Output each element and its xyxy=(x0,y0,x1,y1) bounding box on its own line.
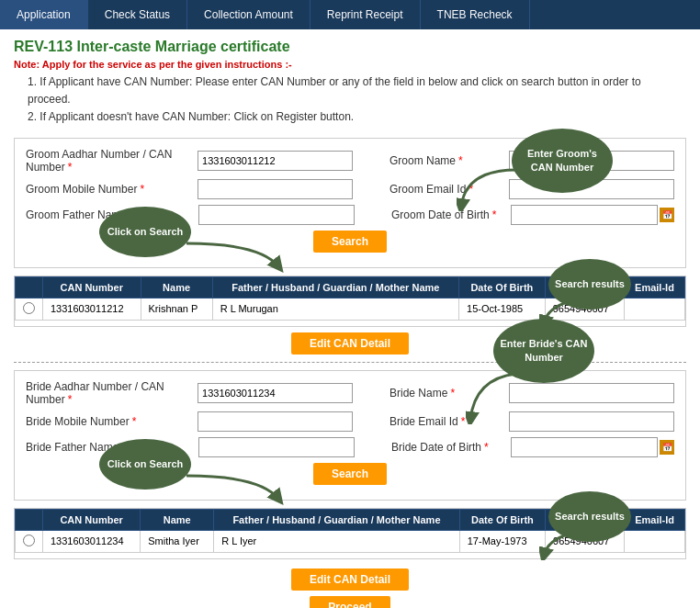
groom-row-email xyxy=(624,298,684,320)
bride-row-can: 1331603011234 xyxy=(43,530,141,552)
bride-dob-input[interactable] xyxy=(511,437,658,457)
arrow-groom xyxy=(457,165,521,211)
bride-father-row: Click on Search Bride Father Name * Brid… xyxy=(26,437,674,457)
bride-table-col-father: Father / Husband / Guardian / Mother Nam… xyxy=(214,509,460,530)
arrow-bride-can xyxy=(466,369,521,424)
arrow-results-bride xyxy=(539,533,576,560)
bride-dob-label: Bride Date of Birth * xyxy=(391,441,511,454)
groom-table-col-dob: Date Of Birth xyxy=(459,276,546,298)
top-nav: Application Check Status Collection Amou… xyxy=(0,0,700,29)
bride-aadhar-input[interactable] xyxy=(198,383,353,403)
groom-row-can: 1331603011212 xyxy=(43,298,141,320)
bride-aadhar-row: Bride Aadhar Number / CAN Number * Bride… xyxy=(26,380,674,406)
groom-mobile-input[interactable] xyxy=(198,179,353,199)
bride-table-col-name: Name xyxy=(141,509,214,530)
nav-collection-amount[interactable]: Collection Amount xyxy=(187,0,310,29)
bride-table-col-select xyxy=(16,509,43,530)
bottom-buttons: Edit CAN Detail Proceed xyxy=(14,569,686,608)
nav-check-status[interactable]: Check Status xyxy=(88,0,187,29)
bride-mobile-input[interactable] xyxy=(198,411,353,432)
bride-row-email xyxy=(625,530,685,552)
bride-row-dob: 17-May-1973 xyxy=(459,530,545,552)
page-instructions: 1. If Applicant have CAN Number: Please … xyxy=(28,73,686,127)
bride-table-col-can: CAN Number xyxy=(43,509,141,530)
bride-edit-can-button[interactable]: Edit CAN Detail xyxy=(291,569,409,591)
instruction-1: 1. If Applicant have CAN Number: Please … xyxy=(28,73,686,108)
groom-row-father: R L Murugan xyxy=(212,298,458,320)
groom-row-radio[interactable] xyxy=(23,302,35,314)
nav-reprint-receipt[interactable]: Reprint Receipt xyxy=(310,0,421,29)
bubble-groom-can: Enter Groom's CAN Number xyxy=(512,129,613,193)
nav-tneb-recheck[interactable]: TNEB Recheck xyxy=(421,0,530,29)
bride-name-input[interactable] xyxy=(509,383,674,403)
groom-search-button[interactable]: Search xyxy=(313,231,387,253)
proceed-button[interactable]: Proceed xyxy=(310,596,390,608)
page-title: REV-113 Inter-caste Marriage certificate xyxy=(14,39,686,55)
groom-aadhar-input[interactable] xyxy=(198,151,353,171)
groom-edit-can-button[interactable]: Edit CAN Detail xyxy=(291,332,409,355)
bride-row-father: R L Iyer xyxy=(214,530,460,552)
groom-table-col-father: Father / Husband / Guardian / Mother Nam… xyxy=(212,276,458,298)
groom-table-col-select xyxy=(16,276,43,298)
groom-father-row: Click on Search Groom Father Name * Groo… xyxy=(26,205,674,225)
bubble-bride-search: Click on Search xyxy=(99,439,191,490)
nav-application[interactable]: Application xyxy=(0,0,88,29)
arrow-groom-search xyxy=(186,239,288,276)
bride-search-button[interactable]: Search xyxy=(313,463,387,485)
bride-row-name: Smitha Iyer xyxy=(141,530,214,552)
bride-father-input[interactable] xyxy=(198,437,355,457)
bride-aadhar-label: Bride Aadhar Number / CAN Number * xyxy=(26,380,198,406)
bride-table-col-dob: Date Of Birth xyxy=(459,509,545,530)
groom-table-col-name: Name xyxy=(141,276,212,298)
bride-mobile-row: Bride Mobile Number * Bride Email Id * xyxy=(26,411,674,432)
bride-row-radio[interactable] xyxy=(23,535,35,546)
groom-table-col-email: Email-Id xyxy=(624,276,684,298)
groom-cal-icon[interactable]: 📅 xyxy=(660,208,674,222)
groom-table-col-can: CAN Number xyxy=(43,276,141,298)
page-note: Note: Apply for the service as per the g… xyxy=(14,59,686,70)
bride-email-input[interactable] xyxy=(509,411,674,432)
bride-cal-icon[interactable]: 📅 xyxy=(660,440,674,455)
groom-mobile-label: Groom Mobile Number * xyxy=(26,183,198,196)
arrow-bride-search xyxy=(186,471,288,508)
groom-dob-input[interactable] xyxy=(511,205,658,225)
groom-aadhar-label: Groom Aadhar Number / CAN Number * xyxy=(26,148,198,174)
instruction-2: 2. If Applicant doesn't have CAN Number:… xyxy=(28,108,686,126)
bubble-groom-search: Click on Search xyxy=(99,207,191,257)
groom-row-dob: 15-Oct-1985 xyxy=(459,298,546,320)
groom-father-input[interactable] xyxy=(198,205,355,225)
bride-table-col-email: Email-Id xyxy=(625,509,685,530)
groom-row-name: Krishnan P xyxy=(141,298,212,320)
bride-form-section: Bride Aadhar Number / CAN Number * Bride… xyxy=(14,370,686,501)
bride-mobile-label: Bride Mobile Number * xyxy=(26,415,198,428)
